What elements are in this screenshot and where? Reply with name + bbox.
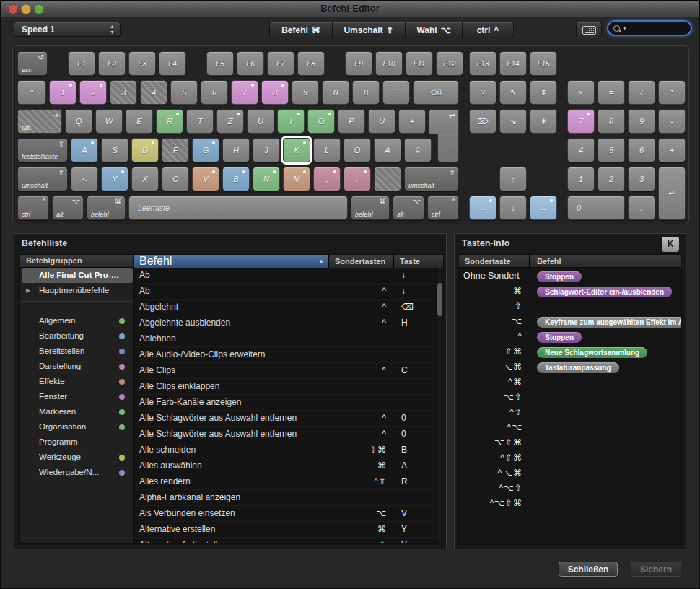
- search-field[interactable]: ▼: [607, 20, 692, 36]
- key-Y[interactable]: Y: [101, 167, 128, 191]
- key-#[interactable]: #: [404, 138, 432, 162]
- command-row[interactable]: Alle Clips^C: [134, 363, 443, 379]
- key-ß[interactable]: ß: [352, 80, 380, 105]
- save-button[interactable]: Sichern: [631, 562, 681, 577]
- key-F5[interactable]: F5: [206, 51, 234, 76]
- tasteninfo-row[interactable]: ^⌥⇧: [459, 480, 681, 495]
- key-2[interactable]: 2: [598, 167, 625, 191]
- key-C[interactable]: C: [162, 167, 189, 191]
- key-3[interactable]: 3: [110, 80, 137, 105]
- key-+[interactable]: +: [398, 109, 426, 134]
- key-E[interactable]: E: [126, 109, 153, 134]
- tasteninfo-row[interactable]: ⌥Keyframe zum ausgewählten Effekt im Ani…: [459, 313, 681, 328]
- tasteninfo-row[interactable]: ⇧⌘Neue Schlagwortsammlung: [459, 344, 681, 359]
- key-.[interactable]: .: [344, 167, 371, 191]
- command-row[interactable]: Alpha-Farbkanal anzeigen: [134, 490, 443, 506]
- key-F8[interactable]: F8: [297, 51, 325, 76]
- key-S[interactable]: S: [101, 138, 128, 162]
- key--[interactable]: -: [658, 109, 686, 134]
- key-F7[interactable]: F7: [267, 51, 294, 76]
- command-row[interactable]: Alle Schlagwörter aus Auswahl entfernen^…: [134, 411, 443, 427]
- key-L[interactable]: L: [313, 138, 341, 162]
- key-alt-left[interactable]: ⌥alt: [52, 196, 84, 220]
- key-H[interactable]: H: [222, 138, 250, 162]
- key-shift-right[interactable]: ⇧umschalt: [404, 167, 459, 191]
- key-V[interactable]: V: [192, 167, 219, 191]
- command-row[interactable]: Ablehnen: [134, 331, 443, 347]
- key-N[interactable]: N: [253, 167, 280, 191]
- key-9[interactable]: 9: [292, 80, 319, 105]
- group-item-markieren[interactable]: Markieren: [20, 404, 134, 419]
- key-5[interactable]: 5: [598, 138, 625, 162]
- key-F11[interactable]: F11: [406, 51, 433, 76]
- key-F12[interactable]: F12: [436, 51, 463, 76]
- key-,[interactable]: ,: [313, 167, 341, 191]
- key-arrow-left[interactable]: ←: [469, 196, 496, 220]
- tasteninfo-row[interactable]: ^⇧⌘: [459, 450, 681, 465]
- key-Z[interactable]: Z: [216, 109, 244, 134]
- key-U[interactable]: U: [247, 109, 274, 134]
- command-row[interactable]: Alles auswählen⌘A: [134, 458, 443, 474]
- key-6[interactable]: 6: [628, 138, 655, 162]
- tasteninfo-row[interactable]: Ohne SondertStoppen: [459, 268, 681, 283]
- keyboard-overlay-button[interactable]: [576, 22, 602, 38]
- key-+[interactable]: +: [658, 138, 686, 162]
- key-D[interactable]: D: [131, 138, 159, 162]
- key-tab[interactable]: ⇥tab: [17, 109, 62, 134]
- segment-wahl[interactable]: Wahl⌥: [406, 22, 463, 38]
- column-header-befehl[interactable]: Befehl ▲: [134, 255, 329, 268]
- key-space[interactable]: Leertaste: [128, 196, 348, 220]
- key-0[interactable]: 0: [567, 196, 625, 220]
- tasteninfo-row[interactable]: ^Stoppen: [459, 328, 681, 344]
- key-arrow-down[interactable]: ↓: [499, 196, 527, 220]
- command-row[interactable]: Alles rendern^⇧R: [134, 474, 443, 490]
- key-O[interactable]: O: [307, 109, 335, 134]
- group-item-hauptmen-befehle[interactable]: ▶Hauptmenübefehle: [20, 283, 134, 298]
- command-row[interactable]: Abgelehnt^⌫: [134, 300, 443, 315]
- key-help[interactable]: ?: [469, 80, 496, 105]
- group-item-organisation[interactable]: Organisation: [20, 419, 134, 435]
- key-I[interactable]: I: [277, 109, 305, 134]
- key-alt-right[interactable]: ⌥alt: [393, 196, 424, 220]
- group-item-darstellung[interactable]: Darstellung: [20, 359, 134, 374]
- column-header-sondertasten[interactable]: Sondertasten: [329, 255, 394, 268]
- key-num-clear[interactable]: ×: [567, 80, 595, 105]
- segment-befehl[interactable]: Befehl⌘: [270, 22, 333, 38]
- group-item-fenster[interactable]: Fenster: [20, 389, 134, 404]
- key-/[interactable]: /: [628, 80, 655, 105]
- key-fwd-delete[interactable]: ⌦: [469, 109, 496, 134]
- key-X[interactable]: X: [131, 167, 159, 191]
- key-B[interactable]: B: [222, 167, 250, 191]
- tasteninfo-row[interactable]: ^⌥⌘: [459, 465, 681, 480]
- key-0[interactable]: 0: [322, 80, 349, 105]
- key-F14[interactable]: F14: [499, 51, 527, 76]
- key-end[interactable]: ↘: [499, 109, 527, 134]
- key-F[interactable]: F: [162, 138, 189, 162]
- key-8[interactable]: 8: [598, 109, 625, 134]
- command-row[interactable]: Alternative fertigstellen⌥⇧Y: [134, 538, 443, 544]
- key-,[interactable]: ,: [628, 196, 655, 220]
- key-6[interactable]: 6: [201, 80, 228, 105]
- command-row[interactable]: Als Verbunden einsetzen⌥V: [134, 506, 443, 522]
- key-T[interactable]: T: [186, 109, 214, 134]
- key-arrow-right[interactable]: →: [530, 196, 557, 220]
- key-W[interactable]: W: [95, 109, 123, 134]
- key-F15[interactable]: F15: [530, 51, 557, 76]
- key-F4[interactable]: F4: [159, 51, 186, 76]
- close-button[interactable]: Schließen: [559, 562, 618, 577]
- tasteninfo-row[interactable]: ⌥⇧: [459, 389, 681, 404]
- command-row[interactable]: Alle schneiden⇧⌘B: [134, 442, 443, 458]
- segment-ctrl[interactable]: ctrl^: [463, 22, 513, 38]
- key-K[interactable]: K: [283, 138, 310, 162]
- key-Ä[interactable]: Ä: [374, 138, 401, 162]
- key-Ö[interactable]: Ö: [344, 138, 371, 162]
- key-9[interactable]: 9: [628, 109, 655, 134]
- key-J[interactable]: J: [253, 138, 280, 162]
- group-item-bereitstellen[interactable]: Bereitstellen: [20, 344, 134, 359]
- key-F10[interactable]: F10: [375, 51, 403, 76]
- key-F6[interactable]: F6: [237, 51, 264, 76]
- key-ctrl-right[interactable]: ^ctrl: [427, 196, 459, 220]
- key-1[interactable]: 1: [49, 80, 76, 105]
- key-4[interactable]: 4: [140, 80, 167, 105]
- command-row[interactable]: Alle Clips einklappen: [134, 379, 443, 395]
